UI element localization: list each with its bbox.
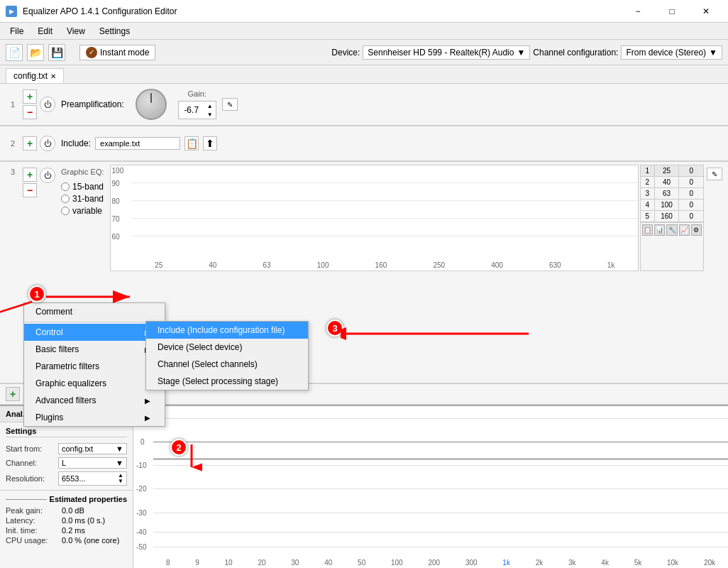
variable-option[interactable]: variable — [61, 206, 104, 216]
tab-label: config.txt — [13, 71, 48, 81]
ctx-parametric-label: Parametric filters — [35, 361, 99, 371]
gain-value-control[interactable]: -6.7 ▲ ▼ — [178, 101, 216, 119]
peak-gain-label: Peak gain: — [6, 506, 59, 515]
tab-close-button[interactable]: ✕ — [50, 72, 56, 80]
include-input[interactable] — [95, 137, 180, 150]
cpu-usage-label: CPU usage: — [6, 536, 59, 545]
variable-label: variable — [72, 206, 102, 216]
row3-remove-button[interactable]: − — [23, 183, 37, 197]
device-label: Device: — [331, 48, 360, 58]
row1-edit-button[interactable]: ✎ — [222, 98, 238, 111]
eq-table-btn5[interactable]: ⚙ — [691, 224, 702, 236]
maximize-button[interactable]: □ — [656, 0, 688, 23]
start-from-value: config.txt — [62, 444, 93, 453]
latency-label: Latency: — [6, 516, 59, 525]
resolution-dropdown[interactable]: 6553... ▲ ▼ — [58, 471, 127, 486]
device-section: Device: Sennheiser HD 599 - Realtek(R) A… — [331, 45, 722, 60]
submenu-channel[interactable]: Channel (Select channels) — [146, 356, 308, 373]
resolution-row: Resolution: 6553... ▲ ▼ — [6, 471, 127, 486]
gain-label: Gain: — [188, 89, 206, 98]
ctx-parametric-filters[interactable]: Parametric filters — [24, 358, 165, 375]
instant-mode-label: Instant mode — [100, 48, 149, 58]
title-text: Equalizer APO 1.4.1 Configuration Editor — [23, 6, 177, 16]
window-controls: − □ ✕ — [622, 0, 722, 23]
menu-edit[interactable]: Edit — [31, 23, 60, 40]
row1-add-button[interactable]: + — [23, 89, 37, 104]
gain-up-button[interactable]: ▲ — [204, 102, 216, 110]
analysis-settings-panel: Anal... ▣ ✕ Settings Start from: config.… — [0, 406, 133, 568]
peak-gain-value: 0.0 dB — [62, 506, 84, 515]
gain-section: Gain: -6.7 ▲ ▼ — [178, 89, 216, 119]
include-folder-button[interactable]: ⬆ — [203, 136, 217, 151]
app-icon: ▶ — [6, 6, 17, 17]
add-filter-button[interactable]: + — [6, 387, 20, 401]
ctx-graphic-equalizers[interactable]: Graphic equalizers — [24, 375, 165, 392]
toolbar: 📄 📂 💾 ✓ Instant mode Device: Sennheiser … — [0, 40, 728, 65]
eq-chart: 100 90 80 70 60 25 40 63 100 160 250 400… — [110, 165, 639, 271]
gain-value: -6.7 — [179, 104, 204, 116]
include-copy-button[interactable]: 📋 — [184, 136, 199, 151]
ctx-control[interactable]: Control ▶ — [24, 324, 165, 341]
ctx-separator-1 — [24, 322, 165, 322]
channel-dropdown-2[interactable]: L ▼ — [58, 457, 127, 469]
eq-table-btn3[interactable]: 🔧 — [666, 224, 677, 236]
start-from-label: Start from: — [6, 444, 55, 453]
minimize-button[interactable]: − — [622, 0, 654, 23]
row3-add-button[interactable]: + — [23, 168, 37, 182]
submenu-stage[interactable]: Stage (Select processing stage) — [146, 373, 308, 390]
channel-value: From device (Stereo) — [626, 48, 706, 58]
estimated-title: Estimated properties — [6, 495, 127, 503]
ctx-control-label: Control — [35, 327, 63, 337]
ctx-comment[interactable]: Comment — [24, 303, 165, 320]
band-15-option[interactable]: 15-band — [61, 182, 104, 192]
open-button[interactable]: 📂 — [27, 44, 44, 61]
estimated-properties: Estimated properties Peak gain: 0.0 dB L… — [0, 490, 133, 550]
preamplification-label: Preamplification: — [61, 99, 124, 109]
band-15-label: 15-band — [72, 182, 104, 192]
menu-settings[interactable]: Settings — [92, 23, 137, 40]
peak-gain-row: Peak gain: 0.0 dB — [6, 506, 127, 515]
cpu-usage-row: CPU usage: 0.0 % (one core) — [6, 536, 127, 545]
channel-dropdown[interactable]: From device (Stereo) ▼ — [621, 45, 722, 60]
row2-add-button[interactable]: + — [23, 136, 37, 151]
analysis-panel: Anal... ▣ ✕ Settings Start from: config.… — [0, 405, 728, 568]
start-from-dropdown[interactable]: config.txt ▼ — [58, 443, 127, 454]
gain-down-button[interactable]: ▼ — [204, 110, 216, 119]
ctx-advanced-filters[interactable]: Advanced filters ▶ — [24, 392, 165, 409]
row1-power-button[interactable]: ⏻ — [40, 97, 55, 112]
gain-knob[interactable] — [136, 89, 167, 120]
init-time-label: Init. time: — [6, 526, 59, 535]
channel-label: Channel configuration: — [533, 48, 618, 58]
instant-mode-toggle[interactable]: ✓ Instant mode — [79, 45, 155, 60]
eq-table-btn4[interactable]: 📈 — [679, 224, 690, 236]
row2-power-button[interactable]: ⏻ — [40, 136, 55, 151]
new-button[interactable]: 📄 — [6, 44, 23, 61]
save-button[interactable]: 💾 — [48, 44, 65, 61]
close-button[interactable]: ✕ — [690, 0, 722, 23]
menu-file[interactable]: File — [3, 23, 31, 40]
control-submenu: Include (Include configuration file) Dev… — [145, 321, 309, 390]
channel-label-2: Channel: — [6, 459, 55, 467]
ctx-plugins[interactable]: Plugins ▶ — [24, 409, 165, 426]
submenu-include[interactable]: Include (Include configuration file) — [146, 322, 308, 339]
submenu-device[interactable]: Device (Select device) — [146, 339, 308, 356]
resolution-value: 6553... — [62, 474, 86, 483]
device-dropdown[interactable]: Sennheiser HD 599 - Realtek(R) Audio ▼ — [363, 45, 530, 60]
include-row: 2 + ⏻ Include: 📋 ⬆ — [0, 126, 728, 162]
include-section: Include: 📋 ⬆ — [61, 136, 217, 151]
latency-value: 0.0 ms (0 s.) — [62, 516, 105, 525]
ctx-basic-filters[interactable]: Basic filters ▶ — [24, 341, 165, 358]
row1-remove-button[interactable]: − — [23, 105, 37, 119]
eq-table-btn1[interactable]: 📋 — [642, 224, 653, 236]
row3-power-button[interactable]: ⏻ — [40, 168, 55, 183]
cpu-usage-value: 0.0 % (one core) — [62, 536, 119, 545]
row2-number: 2 — [11, 139, 15, 148]
config-tab[interactable]: config.txt ✕ — [6, 68, 64, 83]
include-label: Include: — [61, 138, 91, 148]
eq-table-btn2[interactable]: 📊 — [654, 224, 665, 236]
row3-edit-button[interactable]: ✎ — [707, 168, 722, 180]
menu-view[interactable]: View — [60, 23, 92, 40]
band-31-option[interactable]: 31-band — [61, 194, 104, 204]
resolution-down[interactable]: ▼ — [118, 479, 123, 484]
band-31-radio — [61, 195, 70, 203]
